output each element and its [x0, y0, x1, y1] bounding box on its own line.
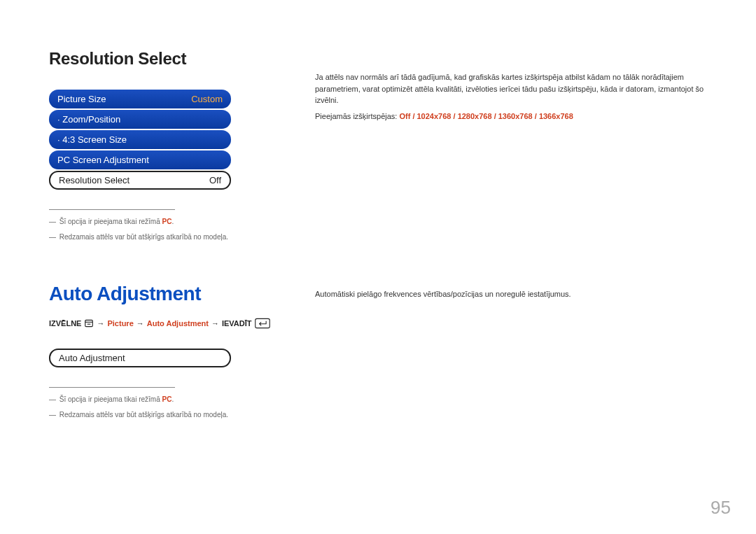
description-text: Ja attēls nav normāls arī tādā gadījumā,…: [315, 71, 714, 106]
right-column-1: Ja attēls nav normāls arī tādā gadījumā,…: [315, 49, 714, 120]
available-resolutions: Pieejamās izšķirtspējas: Off / 1024x768 …: [315, 112, 714, 120]
footnote-pc-only: ― Šī opcija ir pieejama tikai režīmā PC.: [49, 395, 280, 405]
divider: [49, 387, 175, 388]
osd-menu-2: Auto Adjustment: [49, 349, 231, 367]
left-column-1: Resolution Select Picture Size Custom · …: [49, 49, 280, 248]
menu-path: IZVĒLNE → Picture → Auto Adjustment → IE…: [49, 318, 280, 329]
menu-item-picture-size: Picture Size Custom: [49, 90, 231, 108]
section-resolution-select: Resolution Select Picture Size Custom · …: [49, 49, 714, 248]
path-enter: IEVADĪT: [222, 319, 252, 328]
osd-menu-1: Picture Size Custom · Zoom/Position · 4:…: [49, 90, 231, 190]
divider: [49, 209, 175, 210]
path-picture: Picture: [107, 319, 133, 328]
section-auto-adjustment: Auto Adjustment IZVĒLNE → Picture → Auto…: [49, 269, 714, 426]
svg-rect-3: [255, 318, 270, 328]
menu-item-label: Auto Adjustment: [59, 353, 125, 363]
heading-auto-adjustment: Auto Adjustment: [49, 283, 280, 305]
menu-icon: [84, 318, 94, 328]
right-column-2: Automātiski pielāgo frekvences vērtības/…: [315, 269, 714, 300]
menu-item-label: Picture Size: [57, 94, 106, 104]
menu-item-value: Custom: [191, 94, 223, 104]
menu-item-label: · 4:3 Screen Size: [57, 134, 127, 145]
document-page: Resolution Select Picture Size Custom · …: [0, 0, 756, 534]
footnote-pc-only: ― Šī opcija ir pieejama tikai režīmā PC.: [49, 217, 280, 227]
menu-item-auto-adjustment: Auto Adjustment: [49, 349, 231, 367]
path-auto-adjustment: Auto Adjustment: [147, 319, 209, 328]
menu-item-pc-screen-adjustment: PC Screen Adjustment: [49, 150, 231, 169]
page-number: 95: [710, 497, 731, 519]
footnote-model-vary: ― Redzamais attēls var būt atšķirīgs atk…: [49, 232, 280, 242]
menu-item-label: Resolution Select: [59, 175, 130, 185]
heading-resolution-select: Resolution Select: [49, 49, 280, 69]
enter-icon: [255, 318, 270, 329]
menu-item-resolution-select: Resolution Select Off: [49, 171, 231, 190]
menu-item-value: Off: [209, 175, 221, 185]
path-menu: IZVĒLNE: [49, 319, 81, 328]
menu-item-zoom-position: · Zoom/Position: [49, 110, 231, 129]
description-text: Automātiski pielāgo frekvences vērtības/…: [315, 288, 714, 300]
menu-item-label: PC Screen Adjustment: [57, 155, 149, 165]
menu-item-label: · Zoom/Position: [57, 114, 120, 125]
svg-rect-0: [85, 320, 93, 326]
footnote-model-vary: ― Redzamais attēls var būt atšķirīgs atk…: [49, 410, 280, 420]
left-column-2: Auto Adjustment IZVĒLNE → Picture → Auto…: [49, 269, 280, 426]
menu-item-43-screen-size: · 4:3 Screen Size: [49, 130, 231, 149]
